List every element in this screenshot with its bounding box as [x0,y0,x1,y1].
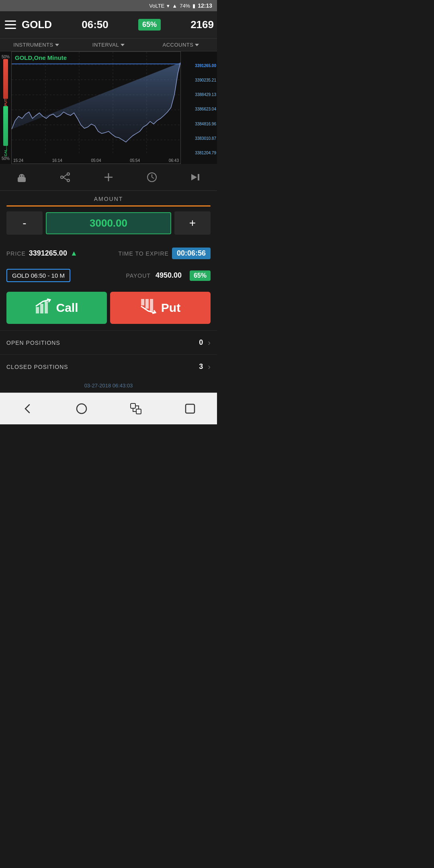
price-label-6: 3381204.79 [182,151,216,155]
square-button[interactable] [180,399,200,419]
skip-icon-button[interactable] [187,169,204,186]
svg-point-16 [67,179,70,182]
contract-badge[interactable]: GOLD 06:50 - 10 M [6,269,70,282]
closed-positions-label: CLOSED POSITIONS [6,364,199,370]
chart-svg [12,52,180,164]
put-label: Put [161,301,180,315]
chart-side-labels: 50% PUT CAL... 50% [0,51,11,164]
time-label-0: 15:24 [13,158,23,163]
nav-tabs: INSTRUMENTS INTERVAL ACCOUNTS [0,39,217,51]
top-pct-label: 50% [2,55,10,59]
dog-icon-button[interactable] [13,169,30,186]
menu-button[interactable] [3,18,18,32]
time-label-2: 05:04 [91,158,101,163]
accounts-dropdown-icon [195,44,199,46]
header-expiry-time: 06:50 [82,18,108,31]
payout-label: PAYOUT [75,272,151,279]
open-positions-chevron-icon: › [208,338,211,347]
toolbar [0,164,217,191]
time-to-expire-value: 00:06:56 [172,248,211,259]
volte-icon: VoLTE [149,3,164,9]
chart-main[interactable]: GOLD,One Minute [11,51,181,164]
status-bar: VoLTE ▾ ▲ 74% ▮ 12:13 [0,0,217,11]
instrument-name: GOLD [22,18,52,31]
price-info-row: PRICE 3391265.00 ▲ TIME TO EXPIRE 00:06:… [0,241,217,266]
svg-marker-25 [191,174,197,180]
tab-interval[interactable]: INTERVAL [72,39,145,51]
call-bar [3,106,8,146]
svg-point-17 [61,176,63,178]
svg-point-13 [20,176,21,177]
home-button[interactable] [72,399,92,419]
price-label-1: 3390235.21 [182,78,216,82]
payout-value: 4950.00 [156,271,182,280]
amount-label: AMOUNT [6,196,211,202]
svg-point-14 [23,176,24,177]
back-button[interactable] [17,399,37,419]
svg-line-19 [63,177,67,180]
time-label-3: 05:54 [130,158,140,163]
tab-instruments[interactable]: INSTRUMENTS [0,39,72,51]
svg-rect-31 [145,299,149,309]
amount-decrement-button[interactable]: - [6,211,43,235]
put-icon [140,298,156,317]
account-balance: 2169 [190,18,214,31]
footer-date: 03-27-2018 06:43:03 [0,379,217,393]
put-text-label: PUT [4,99,8,106]
put-bar [3,59,8,99]
open-positions-row[interactable]: OPEN POSITIONS 0 › [0,330,217,354]
instruments-dropdown-icon [55,44,59,46]
price-label: PRICE [6,250,26,257]
amount-section: AMOUNT - 3000.00 + [0,191,217,241]
price-label-0: 3391265.00 [182,63,216,68]
price-label-4: 3384816.96 [182,122,216,126]
svg-line-18 [63,174,67,177]
svg-rect-32 [150,299,153,311]
add-icon-button[interactable] [100,169,117,186]
price-label-2: 3388429.13 [182,92,216,97]
open-positions-label: OPEN POSITIONS [6,340,199,346]
call-button[interactable]: Call [6,292,107,324]
wifi-icon: ▾ [167,3,170,9]
call-text-label: CAL... [4,146,8,156]
svg-rect-36 [186,404,194,413]
svg-point-15 [67,173,70,175]
price-label-5: 3383010.87 [182,136,216,141]
closed-positions-row[interactable]: CLOSED POSITIONS 3 › [0,354,217,379]
chart-container: 50% PUT CAL... 50% GOLD,One Minute [0,51,217,164]
amount-increment-button[interactable]: + [174,211,211,235]
header-payout-pct: 65% [138,19,161,31]
closed-positions-count: 3 [199,362,203,371]
clock-icon-button[interactable] [143,169,160,186]
contract-row: GOLD 06:50 - 10 M PAYOUT 4950.00 65% [0,266,217,289]
call-icon [35,298,51,317]
chart-time-labels: 15:24 16:14 05:04 05:54 06:43 [12,158,180,163]
amount-value[interactable]: 3000.00 [46,212,171,234]
svg-point-33 [77,404,86,414]
svg-rect-34 [131,403,135,408]
svg-rect-26 [198,174,199,180]
tab-accounts[interactable]: ACCOUNTS [145,39,217,51]
bottom-nav [0,393,217,424]
svg-rect-29 [45,301,48,313]
price-label-3: 3386623.04 [182,107,216,111]
time-label-4: 06:43 [169,158,179,163]
bottom-pct-label: 50% [2,156,10,161]
amount-controls: - 3000.00 + [6,211,211,235]
svg-line-24 [152,177,154,178]
chart-title: GOLD,One Minute [15,54,67,61]
switch-button[interactable] [126,399,146,419]
interval-dropdown-icon [121,44,125,46]
svg-rect-28 [40,304,43,313]
positions-section: OPEN POSITIONS 0 › CLOSED POSITIONS 3 › [0,330,217,379]
time-to-expire-label: TIME TO EXPIRE [81,250,169,257]
battery-pct: 74% [180,3,190,9]
signal-icon: ▲ [172,3,177,9]
amount-bar [6,205,211,207]
svg-rect-30 [141,299,144,305]
header: GOLD 06:50 65% 2169 [0,11,217,39]
share-icon-button[interactable] [57,169,74,186]
put-button[interactable]: Put [110,292,211,324]
chart-price-labels: 3391265.00 3390235.21 3388429.13 3386623… [181,51,217,164]
payout-pct: 65% [190,270,211,281]
